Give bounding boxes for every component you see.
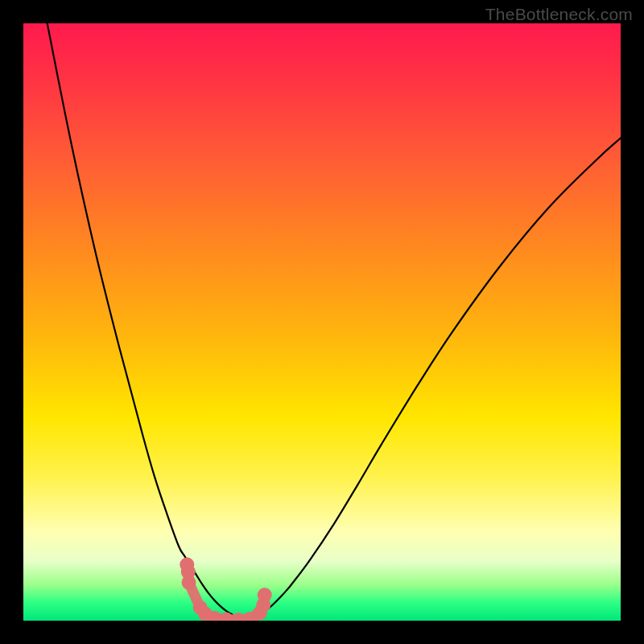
curve-layer (23, 23, 621, 621)
segment-dot (258, 588, 272, 602)
left-curve (47, 23, 245, 620)
chart-frame: TheBottleneck.com (0, 0, 644, 644)
watermark-text: TheBottleneck.com (485, 5, 633, 24)
segment-dot (182, 576, 196, 590)
plot-area (23, 23, 621, 621)
right-curve (245, 138, 621, 619)
